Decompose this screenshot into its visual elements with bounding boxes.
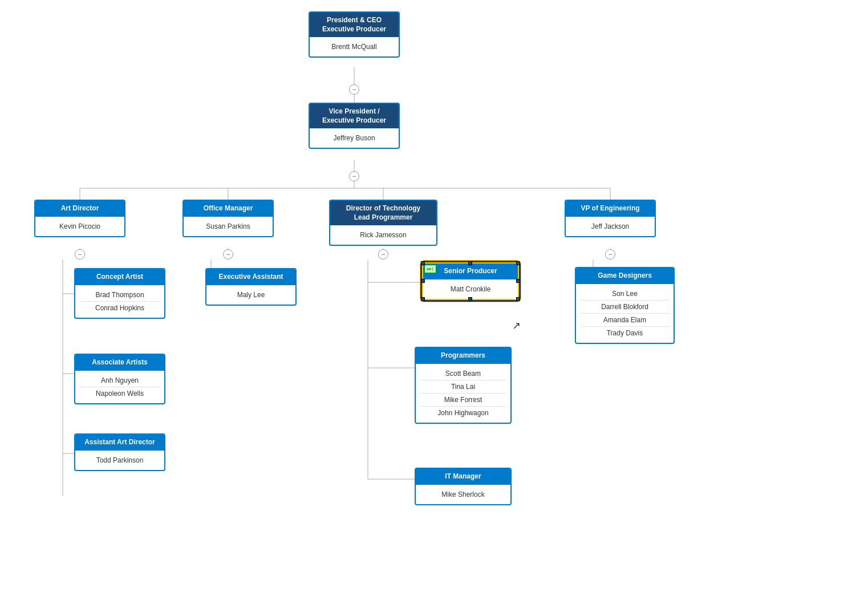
game-designers-person-2: Amanda Elam bbox=[581, 314, 669, 327]
vp-eng-node[interactable]: VP of Engineering Jeff Jackson bbox=[565, 200, 656, 237]
office-manager-node[interactable]: Office Manager Susan Parkins bbox=[182, 200, 274, 237]
resize-bc[interactable] bbox=[468, 297, 472, 301]
resize-mr[interactable] bbox=[516, 279, 520, 283]
exec-assistant-body: Maly Lee bbox=[206, 285, 295, 305]
resize-tl[interactable] bbox=[421, 261, 425, 265]
exec-assistant-header: Executive Assistant bbox=[206, 269, 295, 285]
drag-cursor: ↗ bbox=[512, 319, 521, 332]
assoc-artists-header: Associate Artists bbox=[75, 355, 164, 371]
dir-tech-person: Rick Jamesson bbox=[335, 229, 432, 241]
senior-producer-body: Matt Cronkile bbox=[423, 279, 518, 299]
game-designers-person-0: Son Lee bbox=[581, 287, 669, 301]
it-manager-body: Mike Sherlock bbox=[416, 485, 510, 504]
move-handle[interactable]: ⇔↕ bbox=[424, 265, 436, 273]
dir-tech-header: Director of Technology Lead Programmer bbox=[330, 201, 436, 225]
office-manager-header: Office Manager bbox=[184, 201, 273, 217]
vp-eng-body: Jeff Jackson bbox=[566, 217, 655, 236]
programmers-person-2: Mike Forrest bbox=[420, 394, 506, 407]
collapse-vp-exec[interactable]: − bbox=[349, 171, 359, 181]
ceo-header: President & CEO Executive Producer bbox=[310, 13, 399, 37]
art-director-header: Art Director bbox=[35, 201, 124, 217]
programmers-person-3: John Highwagon bbox=[420, 407, 506, 419]
resize-tc[interactable] bbox=[468, 261, 472, 265]
concept-artist-header: Concept Artist bbox=[75, 269, 164, 285]
assoc-artists-person-1: Napoleon Wells bbox=[80, 387, 160, 400]
collapse-office-mgr[interactable]: − bbox=[223, 249, 233, 260]
senior-producer-header: Senior Producer bbox=[423, 263, 518, 279]
game-designers-person-3: Trady Davis bbox=[581, 327, 669, 339]
art-director-person: Kevin Picocio bbox=[40, 220, 120, 233]
concept-artist-body: Brad Thompson Conrad Hopkins bbox=[75, 285, 164, 318]
programmers-person-0: Scott Beam bbox=[420, 367, 506, 380]
programmers-person-1: Tina Lai bbox=[420, 380, 506, 394]
concept-artist-node[interactable]: Concept Artist Brad Thompson Conrad Hopk… bbox=[74, 268, 165, 319]
programmers-body: Scott Beam Tina Lai Mike Forrest John Hi… bbox=[416, 364, 510, 423]
programmers-node[interactable]: Programmers Scott Beam Tina Lai Mike For… bbox=[415, 347, 512, 424]
vp-eng-person: Jeff Jackson bbox=[570, 220, 650, 233]
assoc-artists-body: Anh Nguyen Napoleon Wells bbox=[75, 371, 164, 403]
ceo-node[interactable]: President & CEO Executive Producer Brent… bbox=[309, 11, 400, 58]
it-manager-node[interactable]: IT Manager Mike Sherlock bbox=[415, 468, 512, 505]
senior-producer-person-0: Matt Cronkile bbox=[428, 283, 513, 295]
vp-exec-node[interactable]: Vice President / Executive Producer Jeff… bbox=[309, 103, 400, 149]
exec-assistant-node[interactable]: Executive Assistant Maly Lee bbox=[205, 268, 297, 306]
collapse-dir-tech[interactable]: − bbox=[378, 249, 388, 260]
office-manager-person: Susan Parkins bbox=[188, 220, 268, 233]
exec-assistant-person-0: Maly Lee bbox=[211, 289, 291, 301]
art-director-body: Kevin Picocio bbox=[35, 217, 124, 236]
assoc-artists-person-0: Anh Nguyen bbox=[80, 374, 160, 387]
art-director-node[interactable]: Art Director Kevin Picocio bbox=[34, 200, 125, 237]
vp-eng-header: VP of Engineering bbox=[566, 201, 655, 217]
vp-exec-body: Jeffrey Buson bbox=[310, 128, 399, 148]
vp-exec-person: Jeffrey Buson bbox=[314, 132, 394, 144]
it-manager-header: IT Manager bbox=[416, 469, 510, 485]
concept-artist-person-0: Brad Thompson bbox=[80, 289, 160, 302]
collapse-art-dir[interactable]: − bbox=[75, 249, 85, 260]
programmers-header: Programmers bbox=[416, 348, 510, 364]
dir-tech-node[interactable]: Director of Technology Lead Programmer R… bbox=[329, 200, 437, 246]
org-chart: President & CEO Executive Producer Brent… bbox=[0, 0, 868, 600]
resize-ml[interactable] bbox=[421, 279, 425, 283]
dir-tech-body: Rick Jamesson bbox=[330, 225, 436, 245]
concept-artist-person-1: Conrad Hopkins bbox=[80, 302, 160, 314]
game-designers-header: Game Designers bbox=[576, 268, 674, 284]
asst-art-dir-body: Todd Parkinson bbox=[75, 451, 164, 470]
collapse-vp-eng[interactable]: − bbox=[605, 249, 615, 260]
office-manager-body: Susan Parkins bbox=[184, 217, 273, 236]
asst-art-dir-node[interactable]: Assistant Art Director Todd Parkinson bbox=[74, 433, 165, 471]
game-designers-person-1: Darrell Blokford bbox=[581, 301, 669, 314]
assoc-artists-node[interactable]: Associate Artists Anh Nguyen Napoleon We… bbox=[74, 354, 165, 404]
collapse-ceo[interactable]: − bbox=[349, 84, 359, 95]
resize-bl[interactable] bbox=[421, 297, 425, 301]
resize-br[interactable] bbox=[516, 297, 520, 301]
senior-producer-node[interactable]: Senior Producer Matt Cronkile ⇔↕ bbox=[422, 262, 519, 300]
game-designers-body: Son Lee Darrell Blokford Amanda Elam Tra… bbox=[576, 284, 674, 343]
asst-art-dir-person-0: Todd Parkinson bbox=[80, 454, 160, 467]
game-designers-node[interactable]: Game Designers Son Lee Darrell Blokford … bbox=[575, 267, 675, 344]
ceo-person: Brentt McQuall bbox=[314, 40, 394, 53]
it-manager-person-0: Mike Sherlock bbox=[420, 488, 506, 501]
resize-tr[interactable] bbox=[516, 261, 520, 265]
asst-art-dir-header: Assistant Art Director bbox=[75, 435, 164, 451]
vp-exec-header: Vice President / Executive Producer bbox=[310, 104, 399, 128]
ceo-body: Brentt McQuall bbox=[310, 37, 399, 56]
